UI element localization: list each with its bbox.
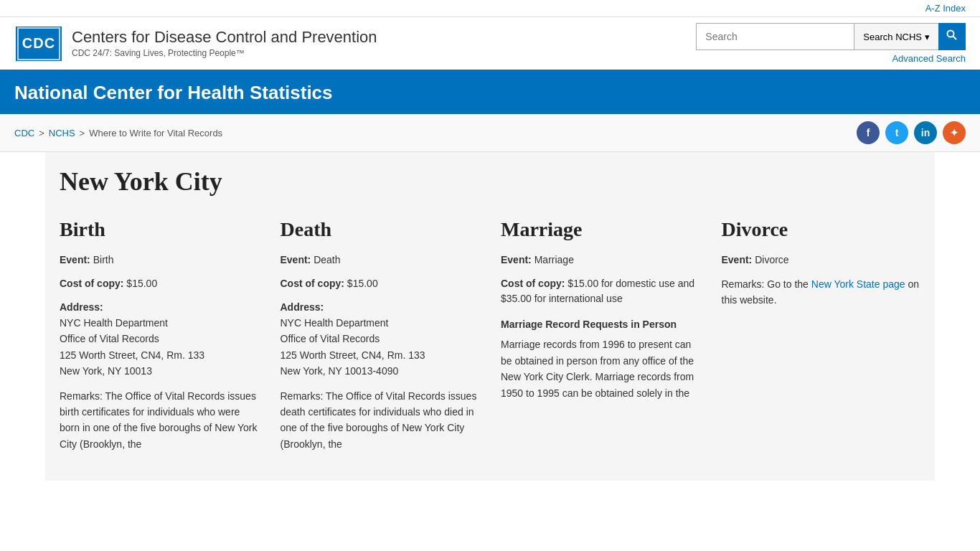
marriage-subsection-title: Marriage Record Requests in Person [501,316,700,332]
advanced-search-link[interactable]: Advanced Search [892,53,966,64]
blue-banner: National Center for Health Statistics [0,72,980,114]
birth-address-block: NYC Health Department Office of Vital Re… [60,315,259,380]
linkedin-icon[interactable]: in [914,121,937,144]
marriage-column: Marriage Event: Marriage Cost of copy: $… [501,218,700,452]
death-event-field: Event: Death [281,253,480,268]
marriage-event-field: Event: Marriage [501,253,700,268]
birth-address-line-1: NYC Health Department [60,315,259,331]
breadcrumb-nchs-link[interactable]: NCHS [49,128,75,138]
search-row: Search NCHS ▾ [696,23,966,50]
search-scope-label: Search NCHS [863,32,922,42]
cdc-logo-inner: CDC [17,27,60,60]
death-event-value: Death [314,254,340,265]
facebook-icon[interactable]: f [857,121,880,144]
search-icon [946,29,958,44]
birth-column: Birth Event: Birth Cost of copy: $15.00 … [60,218,259,452]
birth-address-line-3: 125 Worth Street, CN4, Rm. 133 [60,347,259,363]
divorce-event-value: Divorce [755,254,788,265]
birth-cost-value: $15.00 [126,278,157,289]
divorce-remarks-prefix: Go to the [767,278,811,290]
death-address-line-4: New York, NY 10013-4090 [281,363,480,379]
death-cost-value: $15.00 [347,278,378,289]
org-name-title: Centers for Disease Control and Preventi… [72,27,377,48]
org-name-subtitle: CDC 24/7: Saving Lives, Protecting Peopl… [72,48,377,60]
cdc-logo-text: CDC [22,35,55,52]
marriage-cost-field: Cost of copy: $15.00 for domestic use an… [501,276,700,306]
az-index-link[interactable]: A-Z Index [925,3,966,14]
death-address-field: Address: NYC Health Department Office of… [281,300,480,380]
birth-event-value: Birth [93,254,114,265]
marriage-heading: Marriage [501,218,700,241]
breadcrumb: CDC > NCHS > Where to Write for Vital Re… [14,128,222,138]
breadcrumb-separator-1: > [39,128,44,138]
birth-event-field: Event: Birth [60,253,259,268]
svg-line-1 [953,37,957,40]
death-cost-field: Cost of copy: $15.00 [281,276,480,291]
birth-remarks-label: Remarks: [60,390,103,402]
birth-address-field: Address: NYC Health Department Office of… [60,300,259,380]
death-address-block: NYC Health Department Office of Vital Re… [281,315,480,380]
divorce-event-label: Event: [722,254,753,265]
chevron-down-icon: ▾ [925,32,930,42]
breadcrumb-bar: CDC > NCHS > Where to Write for Vital Re… [0,114,980,152]
logo-area: CDC Centers for Disease Control and Prev… [14,25,377,62]
marriage-subsection-text: Marriage records from 1996 to present ca… [501,339,694,398]
search-input[interactable] [696,23,854,50]
birth-cost-label: Cost of copy: [60,278,123,289]
breadcrumb-current: Where to Write for Vital Records [89,128,222,138]
page-title: New York City [60,166,920,197]
death-address-line-2: Office of Vital Records [281,331,480,347]
birth-address-line-4: New York, NY 10013 [60,363,259,379]
breadcrumb-cdc-link[interactable]: CDC [14,128,34,138]
birth-cost-field: Cost of copy: $15.00 [60,276,259,291]
marriage-subsection: Marriage Record Requests in Person Marri… [501,316,700,401]
death-address-label: Address: [281,300,480,315]
search-area: Search NCHS ▾ Advanced Search [696,23,966,64]
death-event-label: Event: [281,254,311,265]
social-icons: f t in ✦ [857,121,966,144]
marriage-cost-label: Cost of copy: [501,278,565,289]
marriage-event-value: Marriage [534,254,574,265]
search-scope-button[interactable]: Search NCHS ▾ [854,23,938,50]
divorce-event-field: Event: Divorce [722,253,921,268]
death-cost-label: Cost of copy: [281,278,344,289]
org-name: Centers for Disease Control and Preventi… [72,27,377,59]
birth-event-label: Event: [60,254,90,265]
divorce-ny-state-link[interactable]: New York State page [811,278,905,290]
birth-heading: Birth [60,218,259,241]
marriage-event-label: Event: [501,254,532,265]
death-remarks-section: Remarks: The Office of Vital Records iss… [281,388,480,453]
cdc-logo: CDC [14,25,63,62]
main-content: New York City Birth Event: Birth Cost of… [45,152,935,481]
birth-remarks-section: Remarks: The Office of Vital Records iss… [60,388,259,453]
divorce-column: Divorce Event: Divorce Remarks: Go to th… [722,218,921,452]
divorce-remarks-section: Remarks: Go to the New York State page o… [722,276,921,309]
banner-title: National Center for Health Statistics [14,82,966,104]
death-column: Death Event: Death Cost of copy: $15.00 … [281,218,480,452]
top-bar: A-Z Index [0,0,980,17]
records-grid: Birth Event: Birth Cost of copy: $15.00 … [60,218,920,452]
search-button[interactable] [938,23,966,50]
svg-point-0 [948,31,954,37]
divorce-remarks-label: Remarks: [722,278,765,290]
header: CDC Centers for Disease Control and Prev… [0,17,980,72]
divorce-heading: Divorce [722,218,921,241]
birth-address-line-2: Office of Vital Records [60,331,259,347]
breadcrumb-separator-2: > [80,128,85,138]
death-address-line-3: 125 Worth Street, CN4, Rm. 133 [281,347,480,363]
death-remarks-label: Remarks: [281,390,324,402]
death-address-line-1: NYC Health Department [281,315,480,331]
death-heading: Death [281,218,480,241]
twitter-icon[interactable]: t [885,121,908,144]
other-social-icon[interactable]: ✦ [943,121,966,144]
birth-address-label: Address: [60,300,259,315]
